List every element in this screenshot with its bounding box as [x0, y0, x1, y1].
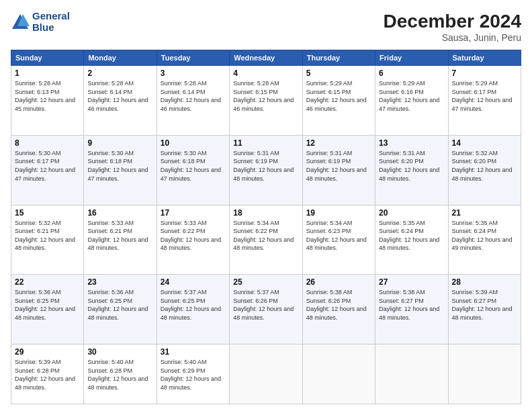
day-number: 8	[15, 138, 80, 148]
logo-line2: Blue	[32, 22, 70, 34]
day-number: 3	[161, 68, 226, 78]
day-number: 4	[233, 68, 298, 78]
col-header-saturday: Saturday	[448, 50, 521, 66]
day-number: 18	[233, 208, 298, 218]
col-header-wednesday: Wednesday	[230, 50, 302, 66]
day-number: 22	[15, 277, 80, 287]
calendar-cell: 5 Sunrise: 5:29 AM Sunset: 6:15 PM Dayli…	[302, 66, 375, 136]
calendar-table: SundayMondayTuesdayWednesdayThursdayFrid…	[11, 50, 521, 404]
col-header-tuesday: Tuesday	[157, 50, 229, 66]
col-header-sunday: Sunday	[11, 50, 84, 66]
day-number: 20	[379, 208, 444, 218]
calendar-cell: 28 Sunrise: 5:39 AM Sunset: 6:27 PM Dayl…	[448, 275, 521, 345]
day-info: Sunrise: 5:40 AM Sunset: 6:29 PM Dayligh…	[161, 358, 226, 392]
day-number: 25	[233, 277, 298, 287]
day-info: Sunrise: 5:30 AM Sunset: 6:17 PM Dayligh…	[15, 149, 80, 183]
calendar-cell: 13 Sunrise: 5:31 AM Sunset: 6:20 PM Dayl…	[375, 135, 448, 205]
page: General Blue December 2024 Sausa, Junin,…	[0, 0, 532, 411]
calendar-cell: 19 Sunrise: 5:34 AM Sunset: 6:23 PM Dayl…	[302, 205, 375, 275]
day-info: Sunrise: 5:37 AM Sunset: 6:25 PM Dayligh…	[161, 288, 226, 322]
day-info: Sunrise: 5:38 AM Sunset: 6:27 PM Dayligh…	[379, 288, 444, 322]
day-number: 14	[452, 138, 517, 148]
day-info: Sunrise: 5:32 AM Sunset: 6:21 PM Dayligh…	[15, 219, 80, 253]
day-number: 29	[15, 347, 80, 357]
day-info: Sunrise: 5:32 AM Sunset: 6:20 PM Dayligh…	[452, 149, 517, 183]
calendar-cell: 27 Sunrise: 5:38 AM Sunset: 6:27 PM Dayl…	[375, 275, 448, 345]
day-number: 27	[379, 277, 444, 287]
day-info: Sunrise: 5:29 AM Sunset: 6:15 PM Dayligh…	[306, 79, 371, 113]
day-number: 16	[87, 208, 152, 218]
day-info: Sunrise: 5:30 AM Sunset: 6:18 PM Dayligh…	[87, 149, 152, 183]
day-info: Sunrise: 5:34 AM Sunset: 6:23 PM Dayligh…	[306, 219, 371, 253]
calendar-cell: 8 Sunrise: 5:30 AM Sunset: 6:17 PM Dayli…	[11, 135, 84, 205]
day-number: 17	[161, 208, 226, 218]
calendar-cell: 24 Sunrise: 5:37 AM Sunset: 6:25 PM Dayl…	[157, 275, 229, 345]
day-number: 26	[306, 277, 371, 287]
logo-line1: General	[32, 11, 70, 22]
day-info: Sunrise: 5:36 AM Sunset: 6:25 PM Dayligh…	[15, 288, 80, 322]
day-number: 19	[306, 208, 371, 218]
calendar-title: December 2024	[384, 11, 521, 32]
day-info: Sunrise: 5:38 AM Sunset: 6:26 PM Dayligh…	[306, 288, 371, 322]
calendar-cell	[448, 345, 521, 404]
calendar-cell: 29 Sunrise: 5:39 AM Sunset: 6:28 PM Dayl…	[11, 345, 84, 404]
day-info: Sunrise: 5:40 AM Sunset: 6:28 PM Dayligh…	[87, 358, 152, 392]
col-header-friday: Friday	[375, 50, 448, 66]
day-number: 2	[87, 68, 152, 78]
header: General Blue December 2024 Sausa, Junin,…	[11, 11, 521, 43]
day-info: Sunrise: 5:33 AM Sunset: 6:21 PM Dayligh…	[87, 219, 152, 253]
day-info: Sunrise: 5:28 AM Sunset: 6:14 PM Dayligh…	[161, 79, 226, 113]
day-info: Sunrise: 5:28 AM Sunset: 6:14 PM Dayligh…	[87, 79, 152, 113]
day-info: Sunrise: 5:29 AM Sunset: 6:16 PM Dayligh…	[379, 79, 444, 113]
calendar-cell: 11 Sunrise: 5:31 AM Sunset: 6:19 PM Dayl…	[230, 135, 302, 205]
calendar-cell: 14 Sunrise: 5:32 AM Sunset: 6:20 PM Dayl…	[448, 135, 521, 205]
day-info: Sunrise: 5:35 AM Sunset: 6:24 PM Dayligh…	[379, 219, 444, 253]
day-number: 28	[452, 277, 517, 287]
calendar-cell: 18 Sunrise: 5:34 AM Sunset: 6:22 PM Dayl…	[230, 205, 302, 275]
day-number: 5	[306, 68, 371, 78]
day-number: 1	[15, 68, 80, 78]
calendar-cell: 16 Sunrise: 5:33 AM Sunset: 6:21 PM Dayl…	[84, 205, 157, 275]
day-info: Sunrise: 5:31 AM Sunset: 6:19 PM Dayligh…	[306, 149, 371, 183]
calendar-cell: 7 Sunrise: 5:29 AM Sunset: 6:17 PM Dayli…	[448, 66, 521, 136]
day-number: 6	[379, 68, 444, 78]
day-info: Sunrise: 5:30 AM Sunset: 6:18 PM Dayligh…	[161, 149, 226, 183]
day-info: Sunrise: 5:31 AM Sunset: 6:20 PM Dayligh…	[379, 149, 444, 183]
day-info: Sunrise: 5:33 AM Sunset: 6:22 PM Dayligh…	[161, 219, 226, 253]
day-number: 24	[161, 277, 226, 287]
day-number: 7	[452, 68, 517, 78]
calendar-cell: 26 Sunrise: 5:38 AM Sunset: 6:26 PM Dayl…	[302, 275, 375, 345]
calendar-cell: 6 Sunrise: 5:29 AM Sunset: 6:16 PM Dayli…	[375, 66, 448, 136]
calendar-cell: 4 Sunrise: 5:28 AM Sunset: 6:15 PM Dayli…	[230, 66, 302, 136]
day-number: 13	[379, 138, 444, 148]
calendar-cell: 30 Sunrise: 5:40 AM Sunset: 6:28 PM Dayl…	[84, 345, 157, 404]
calendar-cell: 25 Sunrise: 5:37 AM Sunset: 6:26 PM Dayl…	[230, 275, 302, 345]
calendar-cell: 15 Sunrise: 5:32 AM Sunset: 6:21 PM Dayl…	[11, 205, 84, 275]
calendar-cell	[375, 345, 448, 404]
logo-text: General Blue	[32, 11, 70, 33]
calendar-subtitle: Sausa, Junin, Peru	[384, 32, 521, 43]
logo: General Blue	[11, 11, 70, 33]
day-number: 10	[161, 138, 226, 148]
calendar-cell: 9 Sunrise: 5:30 AM Sunset: 6:18 PM Dayli…	[84, 135, 157, 205]
calendar-cell: 17 Sunrise: 5:33 AM Sunset: 6:22 PM Dayl…	[157, 205, 229, 275]
calendar-cell: 21 Sunrise: 5:35 AM Sunset: 6:24 PM Dayl…	[448, 205, 521, 275]
day-info: Sunrise: 5:28 AM Sunset: 6:15 PM Dayligh…	[233, 79, 298, 113]
calendar-cell: 23 Sunrise: 5:36 AM Sunset: 6:25 PM Dayl…	[84, 275, 157, 345]
day-info: Sunrise: 5:34 AM Sunset: 6:22 PM Dayligh…	[233, 219, 298, 253]
day-info: Sunrise: 5:31 AM Sunset: 6:19 PM Dayligh…	[233, 149, 298, 183]
calendar-cell: 1 Sunrise: 5:28 AM Sunset: 6:13 PM Dayli…	[11, 66, 84, 136]
calendar-cell: 2 Sunrise: 5:28 AM Sunset: 6:14 PM Dayli…	[84, 66, 157, 136]
day-number: 21	[452, 208, 517, 218]
day-info: Sunrise: 5:36 AM Sunset: 6:25 PM Dayligh…	[87, 288, 152, 322]
col-header-thursday: Thursday	[302, 50, 375, 66]
calendar-cell: 20 Sunrise: 5:35 AM Sunset: 6:24 PM Dayl…	[375, 205, 448, 275]
title-block: December 2024 Sausa, Junin, Peru	[384, 11, 521, 43]
calendar-cell: 12 Sunrise: 5:31 AM Sunset: 6:19 PM Dayl…	[302, 135, 375, 205]
calendar-cell	[230, 345, 302, 404]
day-info: Sunrise: 5:39 AM Sunset: 6:28 PM Dayligh…	[15, 358, 80, 392]
day-number: 15	[15, 208, 80, 218]
day-info: Sunrise: 5:39 AM Sunset: 6:27 PM Dayligh…	[452, 288, 517, 322]
calendar-cell	[302, 345, 375, 404]
calendar-cell: 3 Sunrise: 5:28 AM Sunset: 6:14 PM Dayli…	[157, 66, 229, 136]
